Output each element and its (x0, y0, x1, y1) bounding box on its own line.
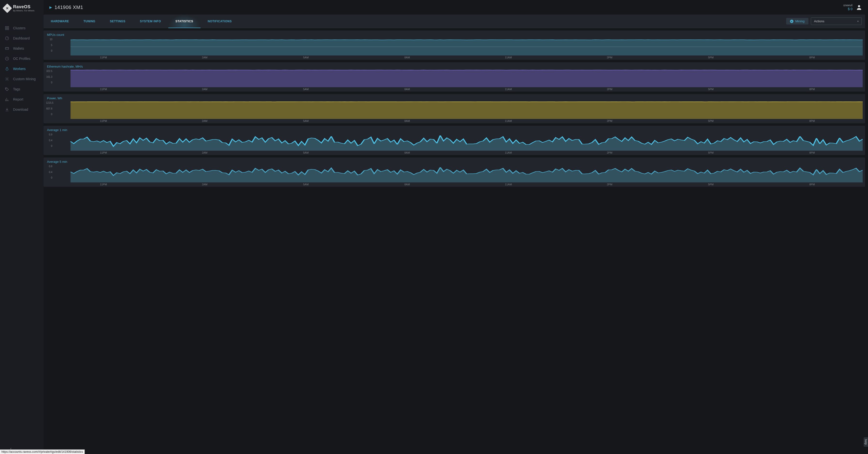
chart-card: Average 5 min0.80.40 11PM2AM5AM8AM11AM2P… (43, 157, 865, 187)
tab-system-info[interactable]: SYSTEM INFO (133, 14, 168, 28)
x-tick: 5AM (255, 56, 356, 59)
download-icon (5, 107, 9, 112)
chart-svg (46, 38, 863, 56)
brand-subtitle: By Miners. For Miners (13, 9, 34, 12)
x-tick: 2AM (154, 119, 255, 122)
user-avatar-icon[interactable] (856, 4, 862, 10)
y-tick: 0.4 (46, 139, 53, 142)
sidebar-item-label: Wallets (13, 47, 24, 51)
sidebar-item-clusters[interactable]: Clusters (0, 23, 43, 33)
x-tick: 8AM (356, 151, 458, 154)
page-title: 141906 XM1 (55, 5, 83, 10)
sidebar-item-tags[interactable]: Tags (0, 84, 43, 94)
y-tick: 0.4 (46, 171, 53, 174)
tab-label: STATISTICS (176, 20, 193, 23)
y-tick: 607.8 (46, 107, 53, 110)
x-tick: 11PM (53, 151, 154, 154)
chart-card: Average 1 min0.90.40 11PM2AM5AM8AM11AM2P… (43, 126, 865, 155)
x-tick: 11PM (53, 119, 154, 122)
y-tick: 0 (46, 113, 53, 116)
x-tick: 5PM (660, 151, 762, 154)
chart-card: Power, Wh1215.5607.80 11PM2AM5AM8AM11AM2… (43, 94, 865, 123)
y-tick: 0 (46, 176, 53, 179)
chart-plot-area[interactable]: 0.80.40 (46, 165, 863, 182)
mining-label: Mining (795, 20, 805, 23)
x-tick: 11PM (53, 56, 154, 59)
x-tick: 8AM (356, 88, 458, 91)
speed-icon (5, 56, 9, 61)
x-tick: 2AM (154, 56, 255, 59)
x-axis-ticks: 11PM2AM5AM8AM11AM2PM5PM8PM (46, 56, 863, 59)
chevron-down-icon: ▾ (857, 20, 859, 23)
brand-logo[interactable]: ✕ RaveOS By Miners. For Miners (0, 2, 43, 16)
x-tick: 8PM (762, 119, 863, 122)
chart-plot-area[interactable]: 322.5161.30 (46, 70, 863, 87)
y-tick: 10 (46, 38, 53, 41)
x-tick: 8PM (762, 183, 863, 186)
sidebar-item-label: Download (13, 108, 28, 112)
y-tick: 1215.5 (46, 101, 53, 104)
x-tick: 2PM (559, 88, 660, 91)
y-axis-ticks: 1215.5607.80 (46, 101, 53, 116)
help-tab[interactable]: help (864, 437, 868, 447)
y-tick: 0 (46, 50, 53, 52)
actions-label: Actions (814, 20, 825, 23)
x-tick: 2PM (559, 56, 660, 59)
wallet-icon (5, 46, 9, 51)
sidebar-item-report[interactable]: Report (0, 94, 43, 104)
tab-statistics[interactable]: STATISTICS (168, 14, 200, 28)
y-tick: 161.3 (46, 75, 53, 78)
user-info[interactable]: oneevil $ 0 (843, 4, 852, 11)
gear-icon (5, 77, 9, 81)
x-tick: 11AM (458, 56, 559, 59)
x-axis-ticks: 11PM2AM5AM8AM11AM2PM5PM8PM (46, 151, 863, 154)
sidebar-item-download[interactable]: Download (0, 104, 43, 115)
tab-label: SYSTEM INFO (140, 20, 161, 23)
x-tick: 5AM (255, 88, 356, 91)
tab-label: NOTIFICATIONS (208, 20, 232, 23)
sidebar-item-oc-profiles[interactable]: OC Profiles (0, 54, 43, 64)
sidebar-item-wallets[interactable]: Wallets (0, 43, 43, 54)
chart-icon (5, 97, 9, 101)
tab-tuning[interactable]: TUNING (76, 14, 103, 28)
x-tick: 8AM (356, 56, 458, 59)
x-tick: 5AM (255, 183, 356, 186)
play-circle-icon (790, 20, 794, 23)
y-axis-ticks: 0.80.40 (46, 165, 53, 179)
brand-title: RaveOS (13, 4, 34, 9)
y-axis-ticks: 322.5161.30 (46, 70, 53, 84)
tab-label: TUNING (84, 20, 95, 23)
chart-plot-area[interactable]: 1050 (46, 38, 863, 56)
svg-rect-5 (5, 48, 9, 50)
mining-status-badge[interactable]: Mining (786, 18, 808, 25)
tab-hardware[interactable]: HARDWARE (43, 14, 76, 28)
grid-icon (5, 26, 9, 30)
x-tick: 11AM (458, 88, 559, 91)
y-tick: 0 (46, 81, 53, 84)
y-tick: 322.5 (46, 70, 53, 72)
gauge-icon (5, 36, 9, 40)
actions-dropdown[interactable]: Actions ▾ (811, 18, 862, 25)
sidebar-item-dashboard[interactable]: Dashboard (0, 33, 43, 43)
sidebar-item-custom-mining[interactable]: Custom Mining (0, 74, 43, 84)
x-axis-ticks: 11PM2AM5AM8AM11AM2PM5PM8PM (46, 87, 863, 91)
x-tick: 8AM (356, 183, 458, 186)
sidebar-item-label: Custom Mining (13, 77, 36, 81)
status-bar-url: https://accounts.raveos.com/#/private/ri… (0, 449, 85, 454)
x-tick: 8PM (762, 88, 863, 91)
x-tick: 2PM (559, 183, 660, 186)
y-tick: 0.8 (46, 165, 53, 168)
brand-mark-icon: ✕ (2, 3, 12, 13)
sidebar: ✕ RaveOS By Miners. For Miners Clusters … (0, 0, 43, 454)
y-tick: 0.9 (46, 133, 53, 136)
tab-notifications[interactable]: NOTIFICATIONS (200, 14, 239, 28)
sidebar-item-label: Clusters (13, 26, 25, 30)
chart-plot-area[interactable]: 0.90.40 (46, 133, 863, 151)
svg-rect-1 (7, 26, 9, 28)
x-axis-ticks: 11PM2AM5AM8AM11AM2PM5PM8PM (46, 182, 863, 186)
chart-plot-area[interactable]: 1215.5607.80 (46, 101, 863, 119)
sidebar-item-workers[interactable]: Workers (0, 64, 43, 74)
tab-settings[interactable]: SETTINGS (103, 14, 133, 28)
x-tick: 8AM (356, 119, 458, 122)
y-axis-ticks: 1050 (46, 38, 53, 52)
